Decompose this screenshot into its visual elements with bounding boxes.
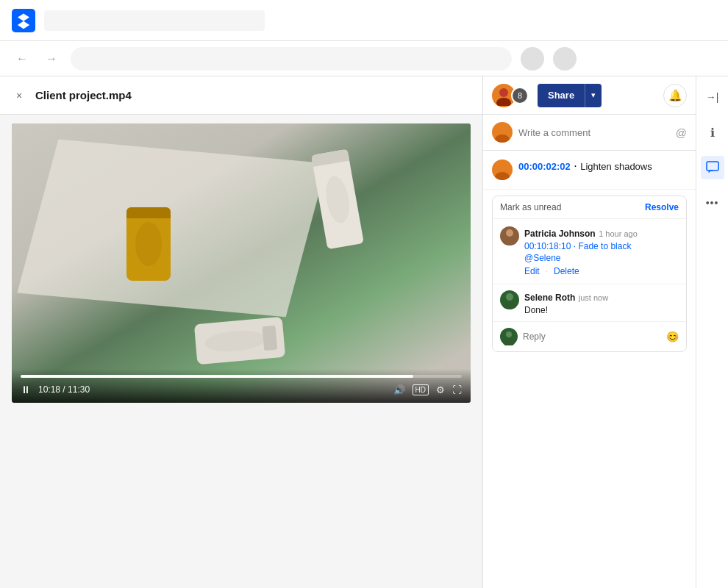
svg-point-1	[499, 88, 508, 97]
bottle-yellow	[126, 207, 171, 281]
reply-comment-selene: Selene Roth just now Done!	[493, 284, 686, 322]
svg-point-2	[496, 98, 511, 106]
comment-user-avatar	[492, 159, 513, 180]
time-display: 10:18 / 11:30	[38, 384, 90, 395]
video-panel: × Client project.mp4	[0, 76, 482, 588]
back-button[interactable]: ←	[12, 49, 32, 69]
avatar-count: 8	[511, 87, 529, 104]
selene-reply-content: Selene Roth just now Done!	[524, 290, 608, 315]
video-controls: ⏸ 10:18 / 11:30 🔊 HD ⚙ ⛶	[12, 369, 471, 403]
original-timestamp[interactable]: 00:00:02:02	[518, 161, 571, 172]
selene-avatar	[500, 290, 519, 309]
share-button-group: Share ▾	[538, 84, 602, 107]
file-header: × Client project.mp4	[0, 76, 482, 115]
comments-header: 8 Share ▾ 🔔	[483, 76, 696, 115]
nav-extra-circle	[553, 47, 577, 71]
original-separator: ·	[574, 159, 580, 172]
svg-point-9	[506, 293, 513, 301]
at-icon[interactable]: @	[676, 126, 687, 139]
patricia-avatar	[500, 226, 519, 245]
settings-button[interactable]: ⚙	[436, 384, 445, 395]
bottle-white-2	[193, 317, 285, 365]
selene-reply-text: Done!	[524, 305, 608, 315]
selene-time: just now	[579, 293, 608, 302]
video-thumbnail	[12, 123, 471, 403]
control-icons: 🔊 HD ⚙ ⛶	[393, 384, 462, 395]
top-address-bar	[44, 10, 265, 31]
nav-profile-circle	[521, 47, 544, 71]
hd-button[interactable]: HD	[413, 384, 429, 395]
bell-button[interactable]: 🔔	[663, 84, 687, 107]
comments-button[interactable]	[701, 156, 724, 179]
selene-name: Selene Roth	[524, 293, 575, 303]
nav-bar: ← →	[0, 41, 728, 76]
progress-bar-fill	[21, 375, 413, 378]
svg-point-7	[506, 229, 513, 237]
controls-row: ⏸ 10:18 / 11:30 🔊 HD ⚙ ⛶	[21, 384, 462, 395]
mark-unread-label[interactable]: Mark as unread	[500, 202, 561, 212]
info-button[interactable]: ℹ	[701, 121, 724, 144]
reply-user-avatar	[500, 328, 518, 345]
share-button[interactable]: Share	[538, 84, 585, 107]
url-bar[interactable]	[71, 47, 512, 71]
original-comment-text: Lighten shadows	[580, 161, 652, 172]
svg-point-12	[503, 339, 515, 345]
svg-point-10	[503, 302, 516, 309]
current-user-avatar	[492, 122, 513, 143]
avatar-group: 8	[492, 84, 529, 107]
fullscreen-button[interactable]: ⛶	[452, 384, 462, 395]
thread-box: Mark as unread Resolve Patricia Johnson …	[492, 196, 687, 352]
play-pause-button[interactable]: ⏸	[21, 384, 31, 395]
comments-panel: 8 Share ▾ 🔔 @ 00:00:02:02	[482, 76, 696, 588]
forward-button[interactable]: →	[41, 49, 62, 69]
top-bar	[0, 0, 728, 41]
patricia-timestamp[interactable]: 00:10:18:10 · Fade to black	[524, 241, 638, 251]
thread-header: Mark as unread Resolve	[493, 196, 686, 219]
resolve-button[interactable]: Resolve	[645, 202, 679, 212]
patricia-comment-header: Patricia Johnson 1 hour ago 00:10:18:10 …	[500, 226, 679, 276]
svg-rect-13	[707, 162, 718, 171]
reply-input-area: 😊	[493, 322, 686, 351]
comment-input-area: @	[483, 115, 696, 151]
svg-point-3	[498, 125, 507, 134]
original-comment-body: 00:00:02:02 · Lighten shadows	[518, 159, 652, 173]
reply-input-field[interactable]	[523, 331, 661, 342]
patricia-time: 1 hour ago	[599, 229, 638, 238]
patricia-mention[interactable]: @Selene	[524, 253, 638, 263]
original-comment: 00:00:02:02 · Lighten shadows	[483, 151, 696, 190]
dropbox-logo	[12, 9, 35, 32]
bell-icon: 🔔	[668, 89, 682, 102]
patricia-comment-content: Patricia Johnson 1 hour ago 00:10:18:10 …	[524, 226, 638, 276]
bg-shape-1	[18, 140, 328, 318]
patricia-actions: Edit · Delete	[524, 266, 638, 276]
svg-point-6	[495, 172, 510, 180]
thread-comment-patricia: Patricia Johnson 1 hour ago 00:10:18:10 …	[493, 219, 686, 284]
close-button[interactable]: ×	[12, 88, 26, 103]
action-separator: ·	[546, 266, 548, 276]
svg-point-5	[498, 162, 507, 171]
patricia-name: Patricia Johnson	[524, 229, 596, 239]
progress-bar-container[interactable]	[21, 375, 462, 378]
volume-button[interactable]: 🔊	[393, 384, 405, 395]
main-content: × Client project.mp4	[0, 76, 728, 588]
svg-point-4	[495, 135, 510, 143]
delete-button[interactable]: Delete	[554, 266, 579, 276]
more-options-button[interactable]: •••	[701, 191, 724, 215]
svg-point-11	[506, 331, 512, 337]
share-dropdown-button[interactable]: ▾	[585, 84, 602, 107]
file-title: Client project.mp4	[35, 89, 132, 101]
right-sidebar: →| ℹ •••	[696, 76, 728, 588]
edit-button[interactable]: Edit	[524, 266, 540, 276]
svg-point-8	[503, 238, 516, 245]
video-player[interactable]: ⏸ 10:18 / 11:30 🔊 HD ⚙ ⛶	[12, 123, 471, 403]
reply-emoji-icon[interactable]: 😊	[666, 331, 679, 343]
exit-sidebar-button[interactable]: →|	[701, 85, 724, 109]
comment-input-field[interactable]	[518, 127, 670, 138]
